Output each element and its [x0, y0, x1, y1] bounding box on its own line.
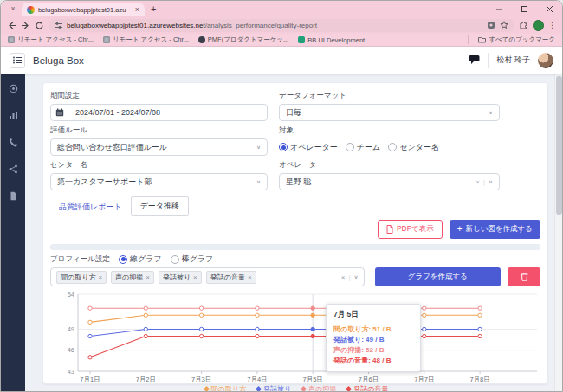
target-radio-operator[interactable]: オペレーター — [279, 142, 338, 153]
delete-button[interactable] — [508, 267, 540, 286]
graph-type-radio-line[interactable]: 線グラフ — [119, 254, 162, 265]
scrollbar-thumb[interactable] — [556, 76, 562, 215]
period-group: 期間設定 2024/07/01 - 2024/07/08 — [50, 91, 268, 121]
tab-quality-report[interactable]: 品質評価レポート — [50, 198, 131, 216]
plus-icon: + — [457, 225, 463, 234]
chevron-down-icon: ∨ — [354, 274, 359, 280]
radio-label: チーム — [357, 142, 380, 153]
browser-toolbar: belugaboxwebappjptest01.azurewebsites.ne… — [1, 16, 562, 34]
radio-icon — [388, 143, 397, 151]
legend-label: 発話被り — [263, 384, 291, 391]
bookmark-favicon-icon — [8, 36, 15, 43]
minimize-button[interactable] — [487, 1, 512, 16]
center-select[interactable]: 第一カスタマーサポート部 ∨ — [50, 173, 268, 190]
extensions-icon[interactable] — [519, 17, 528, 33]
maximize-button[interactable] — [512, 1, 537, 16]
page-scrollbar[interactable] — [554, 74, 562, 391]
sidebar-item-share-icon[interactable] — [9, 162, 18, 177]
chevron-down-icon: ∨ — [489, 110, 493, 115]
pdf-file-icon — [386, 225, 393, 234]
quality-report-card: 期間設定 2024/07/01 - 2024/07/08 データフォーマット 日… — [42, 82, 548, 384]
pdf-button[interactable]: PDFで表示 — [378, 220, 443, 239]
chat-icon[interactable] — [469, 53, 480, 68]
metrics-multiselect[interactable]: 間の取り方 × 声の抑揚 × 発話被り × 発話の音量 × × — [50, 267, 365, 286]
data-format-select[interactable]: 日毎 ∨ — [279, 104, 500, 121]
pdf-button-label: PDFで表示 — [397, 224, 434, 235]
metric-chip[interactable]: 間の取り方 × — [56, 271, 107, 284]
combo-divider: | — [483, 178, 485, 186]
chip-label: 声の抑揚 — [115, 273, 143, 282]
tab-title: belugaboxwebappjptest01.azu — [38, 6, 132, 14]
omnibox-chip-icon[interactable] — [487, 17, 495, 33]
chip-remove-icon[interactable]: × — [248, 273, 252, 281]
new-figure-button[interactable]: + 新しい図を作成する — [450, 220, 540, 239]
header-divider — [488, 53, 489, 68]
all-bookmarks-button[interactable]: すべてのブックマーク — [478, 35, 555, 44]
chip-remove-icon[interactable]: × — [193, 273, 197, 281]
legend-item[interactable]: 声の抑揚 — [301, 384, 336, 391]
graph-type-radio-bar[interactable]: 棒グラフ — [171, 254, 214, 265]
metric-chip[interactable]: 声の抑揚 × — [111, 271, 154, 284]
clear-icon[interactable]: × — [476, 178, 480, 186]
tab-search-button[interactable]: ∨ — [6, 3, 20, 15]
back-button[interactable] — [7, 21, 16, 30]
chip-remove-icon[interactable]: × — [98, 273, 102, 281]
bookmark-item[interactable]: PMF(プロダクトマーケッ... — [198, 35, 289, 44]
rule-select[interactable]: 総合問い合わせ窓口評価ルール ∨ — [50, 138, 268, 156]
menu-button[interactable] — [10, 53, 25, 68]
report-tabs: 品質評価レポート データ推移 — [50, 196, 540, 216]
bookmark-item[interactable]: BB UI Development... — [298, 36, 370, 44]
svg-text:54: 54 — [68, 291, 74, 299]
chip-remove-icon[interactable]: × — [146, 273, 150, 281]
legend-item[interactable]: 間の取り方 — [204, 384, 246, 391]
chip-label: 間の取り方 — [61, 273, 95, 282]
data-format-label: データフォーマット — [279, 91, 500, 101]
target-radio-center[interactable]: センター名 — [388, 142, 439, 153]
browser-tab[interactable]: belugaboxwebappjptest01.azu × — [22, 3, 145, 16]
legend-label: 間の取り方 — [211, 384, 246, 391]
create-graph-button[interactable]: グラフを作成する — [375, 267, 502, 286]
reload-button[interactable] — [35, 21, 44, 30]
chart-area[interactable]: 434649547月1日7月2日7月3日7月4日7月5日7月6日7月7日7月8日… — [50, 290, 542, 391]
legend-marker-icon — [301, 386, 307, 391]
sidebar-item-report-icon[interactable] — [9, 189, 18, 204]
sidebar-item-analytics-icon[interactable] — [9, 108, 18, 124]
target-radio-team[interactable]: チーム — [346, 142, 380, 153]
app-title: Beluga Box — [33, 55, 84, 66]
radio-label: オペレーター — [290, 142, 338, 153]
site-settings-icon[interactable] — [55, 17, 62, 33]
rule-value: 総合問い合わせ窓口評価ルール — [57, 142, 256, 153]
legend-item[interactable]: 発話の音量 — [346, 384, 388, 391]
sidebar-item-dashboard-icon[interactable] — [9, 81, 18, 97]
new-tab-button[interactable]: + — [151, 4, 156, 14]
center-value: 第一カスタマーサポート部 — [57, 177, 256, 188]
operator-group: オペレーター 星野 聡 × | ∨ — [279, 160, 500, 190]
legend-item[interactable]: 発話被り — [256, 384, 291, 391]
metric-chip[interactable]: 発話被り × — [159, 271, 202, 284]
tab-data-transition[interactable]: データ推移 — [131, 196, 189, 216]
calendar-icon[interactable] — [51, 105, 68, 120]
bookmark-label: リモート アクセス - Chr... — [17, 35, 94, 44]
sidebar-item-phone-icon[interactable] — [9, 135, 18, 151]
metric-chip[interactable]: 発話の音量 × — [206, 271, 256, 284]
bookmark-label: BB UI Development... — [307, 36, 370, 44]
address-bar[interactable]: belugaboxwebappjptest01.azurewebsites.ne… — [49, 19, 514, 32]
browser-profile-avatar[interactable] — [533, 20, 544, 31]
radio-icon — [171, 255, 179, 264]
bookmarks-bar: リモート アクセス - Chr... リモート アクセス - Chr... PM… — [1, 34, 562, 47]
forward-button[interactable] — [21, 21, 30, 30]
svg-text:46: 46 — [68, 346, 74, 354]
period-input[interactable]: 2024/07/01 - 2024/07/08 — [50, 104, 268, 121]
user-avatar[interactable] — [538, 53, 553, 68]
clear-icon[interactable]: × — [341, 273, 346, 281]
bookmark-item[interactable]: リモート アクセス - Chr... — [8, 35, 94, 44]
url-text: belugaboxwebappjptest01.azurewebsites.ne… — [67, 22, 482, 29]
bookmark-item[interactable]: リモート アクセス - Chr... — [103, 35, 189, 44]
close-window-button[interactable] — [537, 1, 562, 16]
legend-marker-icon — [346, 386, 352, 391]
line-chart-canvas[interactable]: 434649547月1日7月2日7月3日7月4日7月5日7月6日7月7日7月8日 — [50, 290, 542, 383]
browser-menu-icon[interactable]: ⋮ — [548, 21, 556, 29]
bookmark-star-icon[interactable] — [500, 17, 508, 33]
tab-close-icon[interactable]: × — [135, 6, 139, 14]
operator-combobox[interactable]: 星野 聡 × | ∨ — [279, 173, 500, 190]
